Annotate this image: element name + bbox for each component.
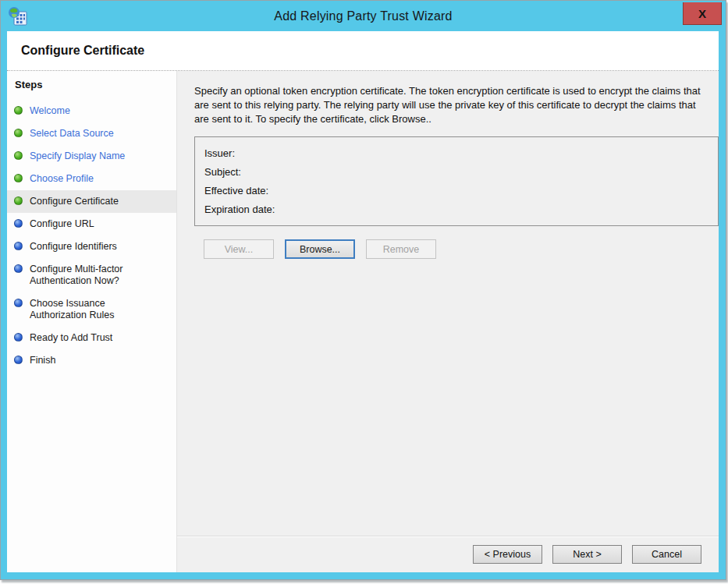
page-title: Configure Certificate	[21, 44, 144, 58]
window-title: Add Relying Party Trust Wizard	[274, 9, 452, 23]
expiration-date-label: Expiration date:	[204, 200, 275, 219]
step-label: Finish	[30, 355, 74, 366]
remove-button[interactable]: Remove	[366, 239, 436, 259]
step-label: Select Data Source	[30, 128, 133, 140]
step-label: Choose Profile	[30, 173, 112, 185]
certificate-subject-row: Subject:	[204, 163, 708, 182]
sidebar-step-choose-issuance-authorization-rules: Choose Issuance Authorization Rules	[7, 292, 176, 327]
steps-list: WelcomeSelect Data SourceSpecify Display…	[7, 100, 176, 372]
pending-step-icon	[14, 219, 23, 228]
sidebar-step-configure-multi-factor-authentication-now: Configure Multi-factor Authentication No…	[7, 258, 176, 292]
browse-button[interactable]: Browse...	[285, 239, 355, 259]
previous-button[interactable]: < Previous	[473, 545, 542, 564]
completed-step-icon	[14, 106, 23, 115]
sidebar-step-specify-display-name[interactable]: Specify Display Name	[7, 145, 176, 168]
step-label: Configure Multi-factor Authentication No…	[30, 264, 170, 287]
page-header: Configure Certificate	[7, 31, 719, 71]
expiration-date-value	[275, 200, 279, 219]
description-text: Specify an optional token encryption cer…	[194, 84, 711, 126]
certificate-issuer-row: Issuer:	[204, 144, 708, 163]
issuer-value	[235, 144, 240, 163]
issuer-label: Issuer:	[204, 144, 235, 163]
subject-value	[241, 163, 246, 182]
pending-step-icon	[14, 242, 23, 250]
sidebar-step-ready-to-add-trust: Ready to Add Trust	[7, 327, 176, 349]
completed-step-icon	[14, 129, 23, 137]
wizard-navigation: < Previous Next > Cancel	[177, 537, 719, 572]
completed-step-icon	[14, 174, 23, 182]
completed-step-icon	[14, 196, 23, 205]
sidebar-step-select-data-source[interactable]: Select Data Source	[7, 122, 176, 145]
pending-step-icon	[14, 356, 23, 364]
steps-sidebar: Steps WelcomeSelect Data SourceSpecify D…	[7, 71, 177, 572]
view-button[interactable]: View...	[204, 239, 274, 259]
pending-step-icon	[14, 333, 23, 342]
pending-step-icon	[14, 264, 23, 273]
effective-date-value	[268, 182, 273, 200]
step-label: Configure Identifiers	[30, 241, 136, 253]
subject-label: Subject:	[204, 163, 241, 182]
sidebar-step-welcome[interactable]: Welcome	[7, 100, 176, 122]
cancel-button[interactable]: Cancel	[632, 545, 701, 564]
wizard-panel: Configure Certificate Steps WelcomeSelec…	[7, 31, 719, 572]
step-label: Choose Issuance Authorization Rules	[30, 298, 170, 321]
certificate-action-row: View... Browse... Remove	[204, 239, 711, 259]
certificate-info-box: Issuer: Subject: Effective date: Ex	[194, 136, 719, 226]
sidebar-step-configure-certificate: Configure Certificate	[7, 190, 176, 213]
title-bar: Add Relying Party Trust Wizard X	[1, 1, 726, 31]
effective-date-label: Effective date:	[204, 182, 268, 200]
certificate-expiration-date-row: Expiration date:	[204, 200, 708, 219]
sidebar-step-choose-profile[interactable]: Choose Profile	[7, 168, 176, 190]
sidebar-step-configure-identifiers: Configure Identifiers	[7, 235, 176, 258]
steps-heading: Steps	[7, 77, 176, 92]
step-label: Configure URL	[30, 218, 113, 230]
certificate-effective-date-row: Effective date:	[204, 182, 708, 200]
sidebar-step-configure-url: Configure URL	[7, 213, 176, 235]
close-button[interactable]: X	[683, 2, 722, 25]
step-label: Ready to Add Trust	[30, 332, 131, 344]
next-button[interactable]: Next >	[552, 545, 622, 564]
main-pane: Specify an optional token encryption cer…	[177, 71, 719, 572]
pending-step-icon	[14, 299, 23, 307]
step-label: Configure Certificate	[30, 196, 137, 207]
adfs-wizard-icon	[8, 6, 27, 26]
step-label: Specify Display Name	[30, 150, 144, 162]
wizard-window: Add Relying Party Trust Wizard X Configu…	[0, 0, 726, 580]
sidebar-step-finish: Finish	[7, 349, 176, 372]
step-label: Welcome	[30, 105, 89, 117]
completed-step-icon	[14, 151, 23, 160]
